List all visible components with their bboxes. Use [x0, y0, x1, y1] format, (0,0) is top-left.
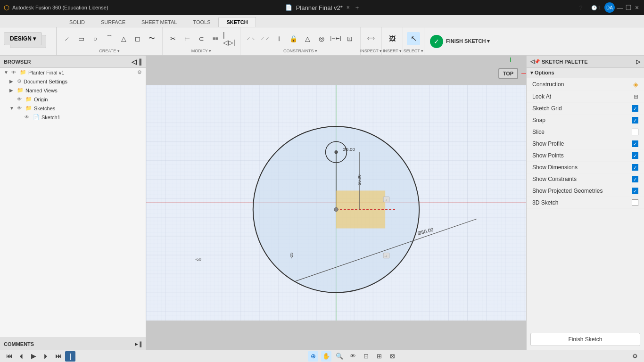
extend-tool[interactable]: ⊢: [181, 32, 194, 45]
parallel-tool[interactable]: ∥: [272, 32, 286, 45]
snap-control[interactable]: ✓: [632, 117, 638, 123]
eye-sketches-icon[interactable]: 👁: [17, 106, 24, 111]
sketch-grid-control[interactable]: ✓: [632, 105, 638, 112]
break-tool[interactable]: ⊂: [195, 32, 208, 45]
rectangle-tool[interactable]: ▭: [74, 32, 88, 45]
show-dimensions-control[interactable]: ✓: [632, 164, 638, 171]
timeline-marker-icon[interactable]: |: [65, 351, 75, 362]
circle-tool[interactable]: ○: [89, 32, 102, 45]
new-tab-btn[interactable]: +: [355, 4, 359, 11]
eye-origin-icon[interactable]: 👁: [17, 97, 24, 102]
root-settings-icon[interactable]: ⚙: [137, 69, 142, 75]
sidebar-item-root[interactable]: ▼ 👁 📁 Planter Final v1 ⚙: [0, 68, 146, 77]
user-avatar[interactable]: DA: [604, 2, 615, 13]
viewport-cube[interactable]: TOP: [494, 59, 522, 88]
project-tool[interactable]: ⊡: [343, 32, 356, 45]
arc-tool[interactable]: ⌒: [103, 32, 116, 45]
eye-root-icon[interactable]: 👁: [11, 70, 18, 75]
select-tool[interactable]: ↖: [407, 32, 420, 45]
construction-control[interactable]: ◈: [633, 81, 638, 88]
symmetry-tool[interactable]: |⊣⊢|: [329, 32, 342, 45]
finish-sketch-palette-btn[interactable]: Finish Sketch: [530, 333, 640, 346]
polygon-tool[interactable]: △: [117, 32, 130, 45]
settings-gear-icon[interactable]: ⚙: [630, 351, 640, 362]
look-at-icon[interactable]: ⊞: [634, 93, 638, 100]
3d-sketch-checkbox[interactable]: [632, 199, 638, 206]
sidebar-item-named-views[interactable]: ▶ 📁 Named Views: [0, 86, 146, 95]
concentric-tool[interactable]: ◎: [315, 32, 328, 45]
select-label[interactable]: SELECT ▾: [404, 49, 423, 53]
nav-zoom-icon[interactable]: 🔍: [334, 351, 345, 362]
eye-sketch1-icon[interactable]: 👁: [25, 115, 31, 120]
3d-sketch-control[interactable]: [632, 199, 638, 206]
slice-checkbox[interactable]: [632, 129, 638, 135]
show-projected-control[interactable]: ✓: [632, 188, 638, 194]
close-file-btn[interactable]: ×: [347, 4, 350, 11]
insert-image[interactable]: 🖼: [386, 32, 399, 45]
tab-sheet-metal[interactable]: SHEET METAL: [133, 17, 185, 27]
look-at-control[interactable]: ⊞: [634, 93, 638, 100]
show-projected-checkbox[interactable]: ✓: [632, 188, 638, 194]
show-constraints-checkbox[interactable]: ✓: [632, 176, 638, 182]
constraints-label[interactable]: CONSTRAINTS ▾: [283, 49, 317, 53]
sketch-canvas[interactable]: Ø6.00 Ø50.00 26.00 -25 -50 ⊣ ⊣: [146, 56, 526, 350]
collinear-tool[interactable]: ⟋⟋: [258, 32, 272, 45]
playback-play-icon[interactable]: ▶: [28, 351, 39, 362]
nav-pan-icon[interactable]: ✋: [321, 351, 331, 362]
canvas-area[interactable]: Ø6.00 Ø50.00 26.00 -25 -50 ⊣ ⊣ TOP: [146, 56, 526, 350]
sidebar-item-doc-settings[interactable]: ▶ ⚙ Document Settings: [0, 77, 146, 86]
palette-expand-icon[interactable]: ▷: [636, 58, 640, 65]
user-count[interactable]: 🕐 1: [589, 1, 603, 14]
spline-tool[interactable]: 〜: [145, 32, 158, 45]
viewport-btn[interactable]: ⊠: [387, 351, 397, 362]
finish-sketch-toolbar-btn[interactable]: FINISH SKETCH ▾: [446, 38, 490, 44]
create-label[interactable]: CREATE ▾: [99, 49, 119, 53]
minimize-btn[interactable]: —: [617, 4, 623, 11]
close-btn[interactable]: ×: [634, 4, 640, 11]
inspect-label[interactable]: INSPECT ▾: [360, 49, 382, 53]
tab-sketch[interactable]: SKETCH: [218, 17, 256, 27]
snap-checkbox[interactable]: ✓: [632, 117, 638, 123]
sidebar-item-sketches[interactable]: ▼ 👁 📁 Sketches: [0, 104, 146, 113]
sidebar-item-sketch1[interactable]: ▶ 👁 📄 Sketch1: [0, 113, 146, 122]
insert-label[interactable]: INSERT ▾: [383, 49, 402, 53]
playback-next-icon[interactable]: ⏵: [41, 351, 51, 362]
offset-tool[interactable]: ≡≡: [209, 32, 222, 45]
ellipse-tool[interactable]: ◻: [131, 32, 144, 45]
lock-tool[interactable]: 🔒: [287, 32, 300, 45]
show-profile-control[interactable]: ✓: [632, 140, 638, 147]
grid-display-btn[interactable]: ⊞: [374, 351, 384, 362]
measure-tool[interactable]: ⟺: [364, 32, 378, 45]
playback-end-icon[interactable]: ⏭: [53, 351, 63, 362]
construction-icon[interactable]: ◈: [633, 81, 638, 88]
show-profile-checkbox[interactable]: ✓: [632, 140, 638, 147]
design-button[interactable]: DESIGN ▾: [4, 32, 42, 45]
tangent-tool[interactable]: △: [301, 32, 314, 45]
playback-start-icon[interactable]: ⏮: [4, 351, 14, 362]
show-constraints-control[interactable]: ✓: [632, 176, 638, 182]
slice-control[interactable]: [632, 129, 638, 135]
show-points-checkbox[interactable]: ✓: [632, 152, 638, 159]
nav-look-icon[interactable]: 👁: [347, 351, 358, 362]
help-btn[interactable]: ?: [574, 1, 587, 14]
palette-collapse-icon[interactable]: ◁: [530, 58, 534, 65]
coincident-tool[interactable]: ⟋⟍: [244, 32, 257, 45]
nav-orbit-icon[interactable]: ⊕: [308, 351, 318, 362]
mirror-tool[interactable]: |◁▷|: [223, 32, 236, 45]
tab-surface[interactable]: SURFACE: [93, 17, 133, 27]
playback-prev-icon[interactable]: ⏴: [16, 351, 26, 362]
palette-options-header[interactable]: ▾ Options: [527, 68, 644, 78]
sketch-grid-checkbox[interactable]: ✓: [632, 105, 638, 112]
tab-solid[interactable]: SOLID: [61, 17, 93, 27]
maximize-btn[interactable]: ❐: [625, 4, 632, 11]
modify-label[interactable]: MODIFY ▾: [191, 49, 211, 53]
line-tool[interactable]: ⟋: [60, 32, 74, 45]
show-dimensions-checkbox[interactable]: ✓: [632, 164, 638, 171]
display-mode-btn[interactable]: ⊡: [361, 351, 371, 362]
trim-tool[interactable]: ✂: [166, 32, 180, 45]
comments-collapse[interactable]: ▸ ‖: [135, 341, 142, 347]
tab-tools[interactable]: TOOLS: [185, 17, 218, 27]
show-points-control[interactable]: ✓: [632, 152, 638, 159]
sidebar-item-origin[interactable]: ▶ 👁 📁 Origin: [0, 95, 146, 104]
sidebar-collapse-btn[interactable]: ◁ ‖: [132, 58, 142, 66]
